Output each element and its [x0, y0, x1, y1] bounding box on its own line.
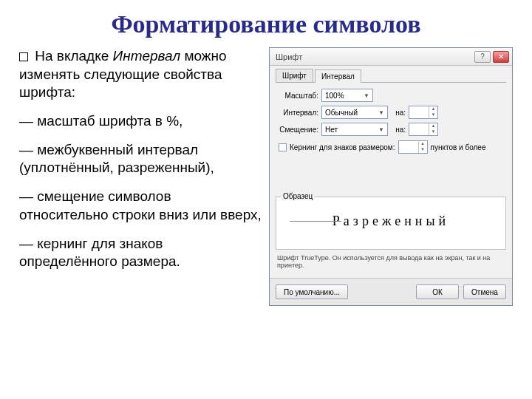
interval-label: Интервал:: [276, 109, 318, 117]
kerning-label: Кернинг для знаков размером:: [290, 143, 395, 151]
scale-label: Масштаб:: [276, 92, 318, 100]
font-description: Шрифт TrueType. Он используется для выво…: [277, 254, 505, 269]
shift-na-label: на:: [391, 126, 406, 134]
interval-value: Обычный: [325, 109, 358, 117]
tab-strip: Шрифт Интервал: [276, 69, 506, 83]
dialog-body: Шрифт Интервал Масштаб: 100% ▼ Интервал:…: [270, 66, 512, 278]
font-dialog: Шрифт ? ✕ Шрифт Интервал Масштаб: 100% ▼…: [269, 47, 513, 306]
close-button[interactable]: ✕: [493, 51, 509, 63]
dialog-footer: По умолчанию... ОК Отмена: [270, 278, 512, 305]
list-item-3: — смещение символов относительно строки …: [19, 188, 263, 224]
square-bullet-icon: [19, 52, 28, 61]
chevron-down-icon: ▼: [377, 126, 386, 133]
ok-button[interactable]: ОК: [416, 284, 459, 299]
sample-box: Образец Разреженный: [276, 197, 506, 250]
list-item-1: — масштаб шрифта в %,: [19, 112, 263, 131]
interval-combo[interactable]: Обычный ▼: [321, 106, 388, 119]
default-button[interactable]: По умолчанию...: [276, 284, 348, 299]
tab-interval[interactable]: Интервал: [315, 69, 361, 83]
content-row: На вкладке Интервал можно изменять следу…: [0, 47, 532, 306]
sample-label: Образец: [281, 192, 315, 200]
intro-paragraph: На вкладке Интервал можно изменять следу…: [19, 47, 263, 102]
kerning-unit: пунктов и более: [431, 143, 486, 151]
tab-font[interactable]: Шрифт: [276, 69, 313, 82]
shift-spinner[interactable]: ▲▼: [409, 123, 438, 136]
list-item-2: — межбуквенный интервал (уплотнённый, ра…: [19, 141, 263, 177]
scale-combo[interactable]: 100% ▼: [321, 89, 373, 102]
shift-value: Нет: [325, 126, 338, 134]
dialog-title: Шрифт: [276, 52, 474, 61]
chevron-down-icon: ▼: [377, 109, 386, 116]
kerning-spinner[interactable]: ▲▼: [398, 140, 428, 154]
intro-tab: Интервал: [113, 48, 181, 64]
row-interval: Интервал: Обычный ▼ на: ▲▼: [276, 106, 506, 119]
interval-na-label: на:: [391, 109, 406, 117]
row-shift: Смещение: Нет ▼ на: ▲▼: [276, 123, 506, 136]
scale-value: 100%: [325, 92, 344, 100]
help-button[interactable]: ?: [474, 51, 491, 63]
shift-combo[interactable]: Нет ▼: [321, 123, 388, 136]
text-column: На вкладке Интервал можно изменять следу…: [19, 47, 263, 306]
intro-pre: На вкладке: [35, 48, 112, 64]
shift-label: Смещение:: [276, 126, 318, 134]
interval-spinner[interactable]: ▲▼: [409, 106, 438, 119]
list-item-4: — кернинг для знаков определённого разме…: [19, 235, 263, 271]
dialog-titlebar: Шрифт ? ✕: [270, 48, 512, 66]
kerning-checkbox[interactable]: [279, 143, 287, 151]
page-title: Форматирование символов: [0, 10, 532, 38]
row-kerning: Кернинг для знаков размером: ▲▼ пунктов …: [279, 140, 506, 154]
cancel-button[interactable]: Отмена: [463, 284, 506, 299]
chevron-down-icon: ▼: [362, 92, 371, 99]
row-scale: Масштаб: 100% ▼: [276, 89, 506, 102]
sample-text: Разреженный: [276, 197, 505, 229]
window-buttons: ? ✕: [474, 51, 509, 63]
